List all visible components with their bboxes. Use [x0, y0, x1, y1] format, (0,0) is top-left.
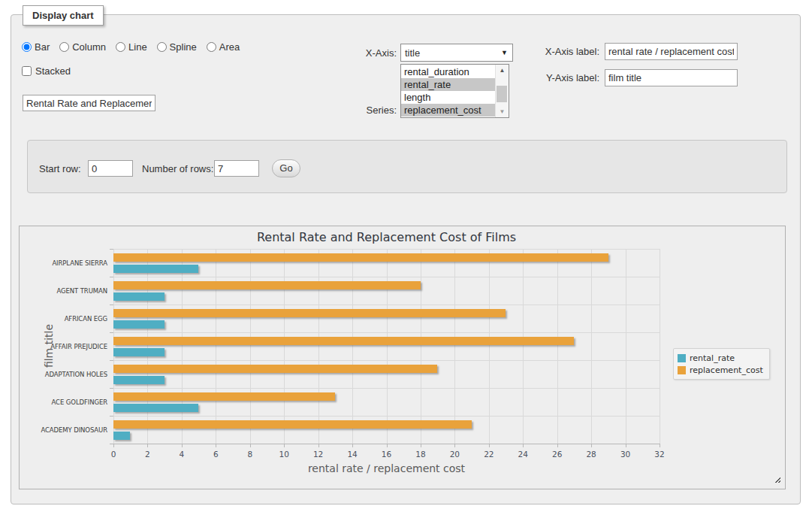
rows-panel	[27, 140, 787, 193]
gridline-x	[182, 249, 183, 444]
legend-swatch-icon	[678, 366, 686, 374]
category-labels: AIRPLANE SIERRAAGENT TRUMANAFRICAN EGGAF…	[20, 249, 107, 444]
bar-rental_rate	[113, 404, 198, 412]
y-axis-label-input[interactable]	[605, 69, 738, 86]
gridline-x	[387, 249, 388, 444]
x-tick-label: 26	[546, 450, 569, 459]
category-label: ADAPTATION HOLES	[20, 371, 107, 378]
scroll-up-icon[interactable]: ▲	[496, 65, 509, 76]
gridline-x	[352, 249, 353, 444]
legend-item-replacement_cost[interactable]: replacement_cost	[678, 364, 763, 376]
x-axis-label-input[interactable]	[605, 43, 738, 60]
radio-label: Area	[219, 41, 240, 53]
x-axis-select[interactable]: title ▼	[400, 44, 513, 62]
category-label: AGENT TRUMAN	[20, 287, 107, 295]
radio-line[interactable]	[116, 42, 125, 52]
bar-replacement_cost	[113, 420, 472, 429]
series-option-rental_rate[interactable]: rental_rate	[401, 78, 495, 91]
radio-label: Line	[128, 41, 147, 53]
x-tick-label: 0	[102, 450, 125, 459]
gridline-x	[284, 249, 285, 444]
x-tick-label: 24	[512, 450, 534, 459]
scrollbar-thumb[interactable]	[497, 86, 507, 102]
category-tick	[110, 360, 113, 361]
category-tick	[110, 304, 113, 305]
x-axis-tick	[284, 444, 285, 447]
gridline-x	[454, 249, 455, 444]
x-axis-field-label: X-Axis:	[338, 47, 397, 59]
chart-x-axis-title: rental rate / replacement cost	[113, 462, 660, 474]
chevron-down-icon: ▼	[501, 49, 508, 56]
chart-legend: rental_ratereplacement_cost	[673, 348, 770, 380]
category-tick	[110, 388, 113, 389]
bar-replacement_cost	[113, 337, 574, 345]
series-option-length[interactable]: length	[401, 91, 495, 104]
x-tick-label: 16	[376, 450, 398, 459]
x-tick-label: 12	[307, 450, 330, 459]
chart-container: Rental Rate and Replacement Cost of Film…	[19, 226, 786, 489]
category-tick	[110, 416, 113, 417]
category-tick	[110, 249, 113, 250]
chart-type-option-line[interactable]: Line	[116, 41, 147, 53]
radio-spline[interactable]	[157, 42, 167, 52]
category-label: AIRPLANE SIERRA	[20, 259, 107, 267]
go-button[interactable]: Go	[272, 159, 300, 177]
x-tick-label: 6	[204, 450, 227, 459]
bar-replacement_cost	[113, 392, 335, 401]
stacked-checkbox[interactable]	[22, 66, 32, 76]
x-tick-label: 22	[478, 450, 500, 459]
chart-type-option-bar[interactable]: Bar	[22, 41, 50, 53]
x-tick-label: 30	[614, 450, 637, 459]
x-tick-label: 4	[171, 450, 193, 459]
x-axis-tick	[147, 444, 148, 447]
x-axis-tick	[182, 444, 183, 447]
radio-column[interactable]	[59, 42, 69, 52]
gridline-x	[250, 249, 251, 444]
x-tick-label: 32	[648, 450, 671, 459]
series-field-label: Series:	[338, 105, 397, 116]
x-tick-label: 2	[136, 450, 158, 459]
gridline-x	[421, 249, 421, 444]
gridline-x	[147, 249, 148, 444]
radio-area[interactable]	[207, 42, 216, 52]
x-tick-label: 8	[239, 450, 261, 459]
chart-type-option-spline[interactable]: Spline	[157, 41, 197, 53]
x-axis-tick	[318, 444, 319, 447]
gridline-x	[523, 249, 524, 444]
stacked-checkbox-row[interactable]: Stacked	[22, 65, 71, 77]
series-option-rental_duration[interactable]: rental_duration	[401, 65, 495, 78]
gridline-x	[489, 249, 490, 444]
legend-swatch-icon	[678, 354, 686, 362]
bar-rental_rate	[113, 376, 165, 384]
chart-type-option-column[interactable]: Column	[59, 41, 106, 53]
chart-title-input[interactable]	[23, 95, 155, 111]
scroll-down-icon[interactable]: ▼	[496, 106, 509, 117]
gridline-y	[113, 304, 660, 305]
x-axis-tick	[591, 444, 592, 447]
x-tick-label: 14	[341, 450, 364, 459]
chart-type-option-area[interactable]: Area	[207, 41, 240, 53]
category-label: AFFAIR PREJUDICE	[20, 343, 107, 350]
bar-replacement_cost	[113, 365, 437, 373]
number-of-rows-input[interactable]	[214, 160, 259, 177]
x-axis-tick	[216, 444, 216, 447]
series-scrollbar[interactable]: ▲ ▼	[495, 65, 509, 117]
series-listbox[interactable]: rental_durationrental_ratelengthreplacem…	[400, 64, 509, 118]
x-axis-tick	[387, 444, 388, 447]
bar-replacement_cost	[113, 253, 608, 262]
start-row-input[interactable]	[88, 160, 133, 177]
series-options: rental_durationrental_ratelengthreplacem…	[401, 65, 495, 117]
legend-item-rental_rate[interactable]: rental_rate	[678, 352, 763, 364]
resize-grip-icon[interactable]	[773, 475, 780, 483]
gridline-y	[113, 416, 660, 417]
radio-bar[interactable]	[22, 42, 32, 52]
chart-type-radiogroup: BarColumnLineSplineArea	[22, 41, 240, 53]
gridline-x	[318, 249, 319, 444]
x-axis-tick	[523, 444, 524, 447]
x-tick-label: 20	[443, 450, 466, 459]
legend-label: rental_rate	[690, 353, 735, 363]
series-option-replacement_cost[interactable]: replacement_cost	[401, 104, 495, 117]
gridline-x	[113, 249, 114, 444]
fieldset-legend-text: Display chart	[32, 10, 94, 21]
gridline-y	[113, 249, 660, 250]
